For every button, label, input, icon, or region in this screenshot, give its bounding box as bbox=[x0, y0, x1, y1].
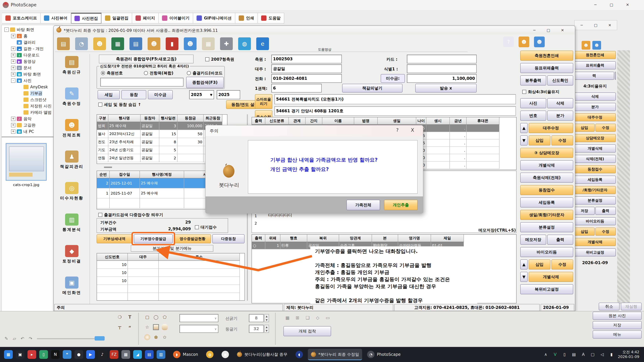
maximize-icon[interactable]: ▢ bbox=[605, 1, 618, 8]
panel-button-▲[interactable]: ▲ bbox=[520, 259, 528, 270]
canvas-scrollbar-thumb[interactable] bbox=[94, 336, 105, 341]
column-header[interactable]: 나이 bbox=[416, 117, 426, 125]
tree-item[interactable]: +≡문서 bbox=[3, 65, 61, 71]
grid-splitter[interactable] bbox=[104, 167, 112, 168]
checkbox[interactable] bbox=[522, 90, 526, 94]
tab-misu[interactable]: 미수금 bbox=[148, 90, 173, 99]
nav-미수자현황[interactable]: ◎미수자현황 bbox=[56, 182, 88, 201]
tree-item[interactable]: +▶동영상 bbox=[3, 58, 61, 65]
members-icon[interactable]: ☻ bbox=[518, 36, 529, 47]
panel-button-삽입[interactable]: 삽입 bbox=[574, 124, 595, 132]
panel-button-대주수정[interactable]: 대주수정 bbox=[574, 113, 616, 121]
chk-2007[interactable]: 2007형축원 bbox=[205, 57, 234, 62]
panel-button-축원천혼인쇄[interactable]: 축원천혼인쇄 bbox=[520, 51, 573, 61]
scroll-icon[interactable]: ▤ bbox=[57, 37, 70, 50]
roundness-value[interactable]: 32 bbox=[249, 325, 264, 333]
column-header[interactable]: 제일 bbox=[431, 235, 464, 242]
book-field[interactable]: 6 bbox=[271, 84, 322, 92]
line-width-stepper[interactable]: ▲▼ bbox=[264, 314, 269, 322]
search-input[interactable] bbox=[100, 78, 184, 86]
panel-button-③ 상담메모장[interactable]: ③ 상담메모장 bbox=[520, 148, 573, 158]
tree-item[interactable]: +☁길완 - 개인 bbox=[3, 45, 61, 52]
panel-button-개별삭제[interactable]: 개별삭제 bbox=[574, 144, 616, 152]
close-icon[interactable]: ✕ bbox=[621, 1, 634, 8]
chk-wait-receipt[interactable]: 대기접수 bbox=[195, 225, 217, 230]
column-header[interactable]: 금년 bbox=[450, 117, 466, 125]
tree-item[interactable]: -▣사진 bbox=[3, 77, 61, 84]
rounded-rect-shape-icon[interactable]: ▢ bbox=[144, 314, 150, 320]
column-header[interactable]: 간지 bbox=[306, 117, 322, 125]
panel-button-분가[interactable]: 분가 bbox=[574, 103, 616, 111]
calendar-icon[interactable]: ▦ bbox=[202, 37, 215, 50]
tray-keyboard-icon[interactable]: ▤ bbox=[571, 352, 577, 358]
column-header[interactable]: 영가명 bbox=[398, 235, 431, 242]
nav-통계분석[interactable]: ▥통계분석 bbox=[56, 214, 88, 232]
card-field[interactable] bbox=[407, 55, 477, 63]
copy-object-icon[interactable]: ❏ bbox=[304, 315, 310, 321]
star-shape-icon[interactable]: ☆ bbox=[144, 324, 150, 330]
panel-button-사진[interactable]: 사진 bbox=[520, 98, 546, 108]
group-objects-icon[interactable]: ▦ bbox=[284, 315, 290, 321]
panel-button-수정[interactable]: 수정 bbox=[552, 135, 573, 145]
panel-button-표위피출력[interactable]: 표위피출력 bbox=[574, 61, 616, 69]
thumbnail-image[interactable] bbox=[6, 143, 46, 181]
vertical-text-icon[interactable]: ⊤ bbox=[117, 325, 123, 331]
panel-button-봉투출력[interactable]: 봉투출력 bbox=[520, 75, 546, 85]
panel-button-상담메모장[interactable]: 상담메모장 bbox=[574, 134, 616, 142]
red-book-icon[interactable]: ▮ bbox=[166, 37, 178, 50]
taskbar-app-buddha1[interactable]: 붓다누리(상황사찰 종무 bbox=[234, 349, 290, 360]
phone-field[interactable]: 010-2602-4081 bbox=[271, 74, 342, 83]
chat-icon[interactable]: ❝ bbox=[63, 350, 72, 359]
family-all-button[interactable]: 가족전체 bbox=[346, 200, 380, 210]
panel-button-세입등록[interactable]: 세입등록 bbox=[574, 176, 616, 184]
panel-button-개별삭제[interactable]: 개별삭제 bbox=[574, 238, 616, 246]
tab-print[interactable]: 인쇄 bbox=[235, 13, 258, 23]
panel-button-삭제[interactable]: 삭제 bbox=[574, 92, 616, 100]
column-header[interactable]: 법명 bbox=[354, 117, 378, 125]
column-header[interactable]: 출력 bbox=[252, 117, 265, 125]
column-header[interactable]: 휴대폰 bbox=[466, 117, 500, 125]
smart-upload-button[interactable]: 스마트올리기 bbox=[255, 94, 272, 109]
speech-bubble-icon[interactable]: ❍ bbox=[117, 314, 123, 320]
radio-all-fields[interactable]: 전항목(복합) bbox=[144, 70, 174, 76]
panel-button-저장[interactable]: 저장 bbox=[574, 207, 595, 215]
tab-help[interactable]: 도움말 bbox=[258, 13, 284, 23]
tab-editor[interactable]: 사진편집 bbox=[71, 13, 102, 24]
year-to-select[interactable]: 2025 bbox=[217, 90, 240, 99]
members-blue-icon[interactable]: ☻ bbox=[534, 36, 545, 47]
player-icon[interactable]: ● bbox=[74, 350, 83, 359]
tray-battery-icon[interactable]: ▮ bbox=[608, 352, 614, 358]
panel-button-바이오리듬[interactable]: 바이오리듬 bbox=[574, 217, 616, 225]
app-minimize-icon[interactable]: ─ bbox=[528, 27, 541, 33]
child-close-icon[interactable]: ✕ bbox=[606, 22, 614, 28]
panel-button-세입등록[interactable]: 세입등록 bbox=[520, 197, 573, 207]
panel-button-개별삭제[interactable]: 개별삭제 bbox=[520, 160, 573, 170]
redo-button[interactable]: 재실행 bbox=[621, 303, 642, 310]
store-icon[interactable]: ▣ bbox=[16, 350, 24, 359]
panel-button-분가[interactable]: 분가 bbox=[547, 111, 573, 121]
app-close-icon[interactable]: ✕ bbox=[556, 27, 569, 33]
question-icon[interactable]: ? bbox=[503, 36, 514, 47]
column-header[interactable]: 신도분류 bbox=[265, 117, 289, 125]
panel-button-동참접수[interactable]: 동참접수 bbox=[574, 165, 616, 173]
panel-button-동참접수[interactable]: 동참접수 bbox=[520, 185, 573, 195]
ledger-icon[interactable]: ▤ bbox=[130, 37, 142, 50]
tree-item[interactable]: +▦바탕 화면 bbox=[3, 71, 61, 77]
pentagon-shape-icon[interactable]: ⬠ bbox=[162, 314, 168, 320]
tree-expander-icon[interactable]: - bbox=[11, 78, 16, 83]
attendance-icon[interactable]: ☻ bbox=[93, 37, 106, 50]
tray-v-icon[interactable]: V bbox=[552, 352, 558, 358]
compass-icon[interactable]: ◔ bbox=[75, 37, 88, 50]
tree-expander-icon[interactable]: - bbox=[4, 27, 9, 32]
panel-button-대주수정[interactable]: 대주수정 bbox=[528, 123, 573, 133]
column-header[interactable]: 동참자 bbox=[140, 115, 159, 122]
tree-item[interactable]: 기부금 bbox=[3, 90, 61, 96]
taskbar-app-whale[interactable]: ◖ bbox=[292, 349, 306, 360]
media-red-icon[interactable]: ▸ bbox=[28, 350, 36, 359]
panel-button-출력[interactable]: 출력 bbox=[547, 235, 573, 245]
taskbar-app-yellow[interactable]: ◍ bbox=[203, 349, 216, 360]
music-icon[interactable]: ♪ bbox=[98, 350, 107, 359]
tree-item[interactable]: -바탕 화면 bbox=[3, 26, 61, 33]
panel-button-출력[interactable]: 출력 bbox=[595, 207, 616, 215]
screen-icon[interactable]: ▶ bbox=[86, 350, 95, 359]
